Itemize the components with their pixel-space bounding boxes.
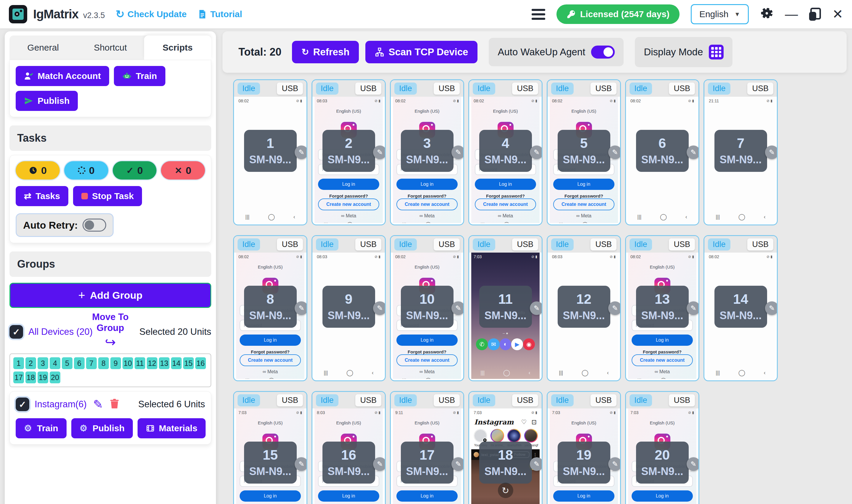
unit-chip-14[interactable]: 14 (171, 357, 182, 369)
forgot-password-link[interactable]: Forgot password? (393, 194, 461, 198)
device-edit-button[interactable]: ✎ (608, 457, 621, 471)
login-button[interactable]: Log in (396, 490, 458, 502)
device-edit-button[interactable]: ✎ (295, 301, 307, 315)
menu-icon[interactable] (532, 6, 545, 22)
login-button[interactable]: Log in (396, 335, 458, 346)
create-account-button[interactable]: Create new account (632, 354, 693, 366)
create-account-button[interactable]: Create new account (396, 354, 458, 366)
device-card[interactable]: Idle USB 7:03⊘ ▮ Instagram ♡⊡ +Your stor… (468, 391, 543, 504)
login-button[interactable]: Log in (553, 179, 614, 190)
device-edit-button[interactable]: ✎ (608, 301, 621, 315)
device-card[interactable]: Idle USB 21:11⊘ ▮|||◯‹ 7 SM-N9... ✎ (704, 79, 778, 226)
device-card[interactable]: Idle USB 08:02⊘ ▮ English (US) Username,… (625, 235, 699, 381)
unit-chip-17[interactable]: 17 (13, 372, 24, 383)
unit-chip-4[interactable]: 4 (50, 357, 60, 369)
minimize-button[interactable]: — (785, 8, 798, 21)
device-card[interactable]: Idle USB 08:02⊘ ▮ English (US) Username,… (233, 235, 307, 381)
unit-chip-13[interactable]: 13 (159, 357, 169, 369)
tab-shortcut[interactable]: Shortcut (77, 36, 144, 60)
device-edit-button[interactable]: ✎ (687, 145, 699, 159)
login-button[interactable]: Log in (475, 179, 536, 190)
create-account-button[interactable]: Create new account (396, 198, 458, 210)
device-edit-button[interactable]: ✎ (530, 301, 543, 315)
tasks-button[interactable]: ⇄ Tasks (16, 186, 68, 206)
login-button[interactable]: Log in (318, 179, 379, 190)
unit-chip-16[interactable]: 16 (195, 357, 206, 369)
device-card[interactable]: Idle USB 08:02⊘ ▮|||◯‹ 1 SM-N9... ✎ (233, 79, 307, 226)
login-button[interactable]: Log in (318, 490, 379, 502)
unit-chip-19[interactable]: 19 (38, 372, 48, 383)
group-checkbox[interactable]: ✓ (16, 397, 29, 411)
unit-chip-2[interactable]: 2 (25, 357, 36, 369)
device-card[interactable]: Idle USB 08:02⊘ ▮ English (US) Username,… (390, 79, 464, 226)
forgot-password-link[interactable]: Forgot password? (236, 349, 304, 354)
forgot-password-link[interactable]: Forgot password? (314, 194, 383, 198)
unit-chip-12[interactable]: 12 (147, 357, 157, 369)
grid-display-icon[interactable] (709, 45, 724, 59)
auto-wakeup-toggle[interactable] (591, 46, 615, 58)
license-badge[interactable]: Licensed (2547 days) (557, 4, 679, 24)
tab-general[interactable]: General (10, 36, 77, 60)
login-button[interactable]: Log in (240, 490, 301, 502)
login-button[interactable]: Log in (632, 490, 693, 502)
device-edit-button[interactable]: ✎ (451, 301, 464, 315)
unit-chip-7[interactable]: 7 (86, 357, 97, 369)
tutorial-link[interactable]: Tutorial (197, 9, 242, 19)
create-account-button[interactable]: Create new account (318, 198, 379, 210)
create-account-button[interactable]: Create new account (240, 354, 301, 366)
unit-chip-5[interactable]: 5 (62, 357, 72, 369)
close-button[interactable]: ✕ (832, 8, 843, 21)
tab-scripts[interactable]: Scripts (144, 36, 211, 60)
create-account-button[interactable]: Create new account (475, 198, 536, 210)
scan-tcp-button[interactable]: Scan TCP Device (365, 41, 477, 63)
device-card[interactable]: Idle USB 7:03⊘ ▮ English (US) Username, … (547, 391, 621, 504)
device-edit-button[interactable]: ✎ (687, 301, 699, 315)
stop-task-button[interactable]: Stop Task (73, 186, 142, 206)
login-button[interactable]: Log in (240, 335, 301, 346)
forgot-password-link[interactable]: Forgot password? (471, 194, 540, 198)
unit-chip-15[interactable]: 15 (183, 357, 194, 369)
unit-chip-8[interactable]: 8 (98, 357, 109, 369)
device-card[interactable]: Idle USB 9:11⊘ ▮ English (US) Username, … (390, 391, 464, 504)
unit-chip-9[interactable]: 9 (110, 357, 121, 369)
train-button[interactable]: Train (114, 66, 165, 86)
device-edit-button[interactable]: ✎ (765, 301, 778, 315)
device-edit-button[interactable]: ✎ (373, 145, 386, 159)
unit-chip-3[interactable]: 3 (38, 357, 48, 369)
check-update-link[interactable]: ↻ Check Update (116, 8, 187, 20)
publish-button[interactable]: Publish (16, 91, 78, 111)
restore-window-button[interactable] (809, 8, 821, 21)
device-edit-button[interactable]: ✎ (373, 457, 386, 471)
device-card[interactable]: Idle USB 08:03⊘ ▮|||◯‹ 12 SM-N9... ✎ (547, 235, 621, 381)
device-card[interactable]: Idle USB 7:03⊘ ▮ English (US) Username, … (625, 391, 699, 504)
device-edit-button[interactable]: ✎ (530, 145, 543, 159)
auto-retry-toggle[interactable] (83, 219, 106, 232)
device-edit-button[interactable]: ✎ (687, 457, 699, 471)
unit-chip-6[interactable]: 6 (74, 357, 85, 369)
device-card[interactable]: Idle USB 08:02⊘ ▮|||◯‹ 14 SM-N9... ✎ (704, 235, 778, 381)
device-card[interactable]: Idle USB 7:03⊘ ▮ ☀Tap for weather info –… (468, 235, 543, 381)
login-button[interactable]: Log in (553, 490, 614, 502)
device-card[interactable]: Idle USB 08:02⊘ ▮|||◯‹ 6 SM-N9... ✎ (625, 79, 699, 226)
group-label[interactable]: Instagram(6) (35, 399, 87, 410)
unit-chip-11[interactable]: 11 (134, 357, 145, 369)
login-button[interactable]: Log in (396, 179, 458, 190)
device-card[interactable]: Idle USB 08:02⊘ ▮ English (US) Username,… (390, 235, 464, 381)
all-devices-checkbox[interactable]: ✓ (10, 325, 23, 339)
device-card[interactable]: Idle USB 08:03⊘ ▮ English (US) Username,… (311, 79, 386, 226)
group-materials-button[interactable]: Materials (138, 418, 205, 438)
delete-group-icon[interactable] (109, 398, 120, 411)
forgot-password-link[interactable]: Forgot password? (393, 349, 461, 354)
settings-gear-icon[interactable] (760, 6, 774, 22)
forgot-password-link[interactable]: Forgot password? (628, 349, 696, 354)
group-publish-button[interactable]: ⚙ Publish (71, 418, 133, 438)
edit-group-icon[interactable]: ✎ (93, 397, 103, 411)
device-edit-button[interactable]: ✎ (451, 145, 464, 159)
device-edit-button[interactable]: ✎ (295, 145, 307, 159)
device-card[interactable]: Idle USB 7:03⊘ ▮ English (US) Username, … (233, 391, 307, 504)
move-to-group-button[interactable]: Move To Group ↪ (78, 311, 143, 350)
device-edit-button[interactable]: ✎ (530, 457, 543, 471)
device-edit-button[interactable]: ✎ (373, 301, 386, 315)
device-edit-button[interactable]: ✎ (765, 145, 778, 159)
language-select[interactable]: English ▼ (691, 4, 749, 24)
